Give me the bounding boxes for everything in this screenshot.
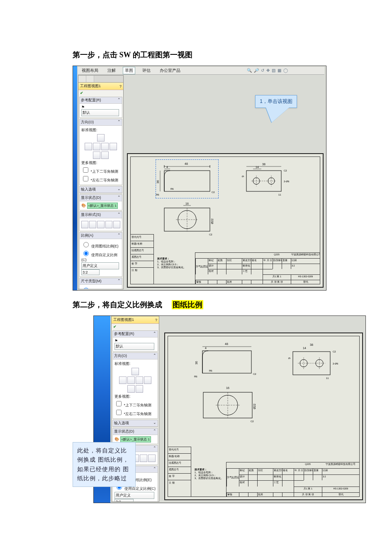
collapse-icon[interactable]: ⌃	[117, 195, 121, 200]
expand-icon[interactable]: ⌄	[117, 187, 121, 192]
collapse-icon[interactable]: ⌃	[117, 212, 121, 218]
collapse-icon[interactable]: ⌃	[153, 467, 156, 472]
dispstyle-icon[interactable]	[105, 221, 112, 228]
rotate-icon[interactable]: ↺	[261, 68, 265, 73]
collapse-icon[interactable]: ⌃	[153, 331, 156, 337]
drawing-view-1[interactable]: 48 4 36 R6 R6 C2	[156, 159, 219, 198]
collapse-icon[interactable]: ⌃	[117, 279, 121, 284]
sw-literal: SW	[117, 51, 133, 59]
dim-d22: Ø22	[211, 218, 214, 224]
std-view-icon[interactable]	[93, 143, 100, 150]
zoom-fit-icon[interactable]: 🔍	[247, 68, 253, 73]
collapse-icon[interactable]: ⌃	[117, 120, 121, 125]
help-icon[interactable]: ?	[119, 84, 122, 88]
std-view-icon[interactable]	[119, 377, 127, 384]
collapse-icon[interactable]: ⌃	[153, 446, 156, 451]
expand-icon[interactable]: ⌄	[153, 421, 156, 426]
std-views-label: 标准视图:	[81, 127, 120, 133]
collapse-icon[interactable]: ⌃	[153, 353, 156, 359]
tab-office[interactable]: 办公室产品	[158, 67, 183, 74]
display-state-value[interactable]: <默认>_显示状态 1	[87, 203, 118, 209]
scale-radio-custom[interactable]: 使用自定义比例(C)	[81, 249, 120, 262]
std-view-iso-icon[interactable]	[93, 152, 100, 159]
dispstyle-icon[interactable]	[140, 455, 147, 462]
std-view-front-icon[interactable]	[97, 134, 105, 142]
tab-annotation[interactable]: 注解	[105, 67, 118, 74]
dim-R6: R6	[170, 188, 174, 190]
scale-custom-dropdown[interactable]: 用户定义	[81, 262, 119, 269]
drawing-view-1[interactable]: 48 4 36 R6 R6 C2	[193, 339, 260, 381]
drawing-sheet[interactable]: 48 4 36 R6 R6 C2	[164, 333, 363, 500]
drawing-view-right[interactable]: 38 14 9 2-Ø6 C2 11	[239, 161, 293, 198]
drawing-sheet[interactable]: 48 4 36 R6 R6 C2	[127, 153, 324, 288]
scale-custom-dropdown[interactable]: 用户定义	[114, 492, 154, 499]
ref-config-dropdown[interactable]: 默认	[81, 109, 119, 116]
pm-tabstrip[interactable]	[78, 76, 123, 83]
std-view-front-icon[interactable]	[131, 368, 139, 375]
std-view-iso-icon[interactable]	[136, 385, 143, 393]
display-icon[interactable]: ▦	[278, 68, 282, 73]
tb-material: Q235	[294, 462, 322, 468]
section-icon[interactable]: ▧	[272, 68, 276, 73]
appearance-icon[interactable]: ◯	[283, 68, 289, 73]
tb-sheetct: 共1 第 1	[263, 274, 291, 280]
notes-3: 3、表面喷砂后黑色氧化。	[195, 477, 223, 479]
collapse-icon[interactable]: ⌃	[117, 98, 121, 103]
drawing-view-right[interactable]: 38 14 9 2-Ø6 C2 11	[284, 341, 343, 382]
tab-sketch[interactable]: 草图	[123, 67, 135, 74]
moreview-chk1[interactable]: *上下二等角轴测	[81, 166, 120, 174]
std-view-iso-icon[interactable]	[127, 385, 135, 393]
zoom-area-icon[interactable]: 🔎	[254, 68, 260, 73]
std-view-icon[interactable]	[110, 143, 117, 150]
callout-box-2: 此处，将自定义比例换成 图纸比例，如果已经使用的 图纸比例，此步略过	[73, 442, 136, 487]
tab-evaluate[interactable]: 评估	[140, 67, 153, 74]
scale-value-field[interactable]: 3:2	[114, 499, 134, 502]
moreview-chk2[interactable]: *左右二等角轴测	[81, 175, 120, 183]
title-block: Q235 宁波惠源精密科技有限公司 标记 处数 分区 更改文件号 签名 年 月 …	[226, 462, 359, 496]
dispstyle-icon[interactable]	[113, 221, 120, 228]
std-view-icon[interactable]	[85, 143, 92, 150]
scale-value-field[interactable]: 3:2	[81, 269, 100, 275]
moreview-chk2[interactable]: *左右二等角轴测	[114, 408, 156, 417]
dim-radio-proj[interactable]: 投影(P)	[81, 286, 120, 289]
view-toolbar[interactable]: 🔍 🔎 ↺ ✥ ▧ ▦ ◯	[247, 68, 289, 73]
tb-replace: 替代	[291, 280, 320, 284]
std-views-label: 标准视图:	[114, 361, 156, 367]
std-view-icon[interactable]	[144, 377, 151, 384]
dim-R6b: R6	[156, 193, 159, 196]
ref-config-dropdown[interactable]: 默认	[114, 343, 154, 350]
drawing-view-top[interactable]: 16 Ø22 C2	[198, 385, 261, 424]
tb-wt: 质量	[313, 468, 322, 474]
dispstyle-icon[interactable]	[148, 455, 156, 462]
drawing-view-top[interactable]: 16 Ø22 C2	[160, 202, 219, 237]
std-view-icon[interactable]	[101, 143, 109, 150]
help-icon[interactable]: ?	[155, 318, 157, 322]
pm-sect-disp-label: 显示状态(D)	[81, 195, 101, 200]
pm-tab-icon[interactable]	[86, 76, 94, 82]
tab-view-layout[interactable]: 视图布局	[80, 67, 100, 74]
std-view-iso-icon[interactable]	[101, 152, 109, 159]
scale-radio-sheet[interactable]: 使用图纸比例(E)	[81, 241, 120, 249]
display-state-value[interactable]: <默认>_显示状态 1	[120, 436, 151, 443]
pm-sect-ref-label: 参考配置(R)	[81, 98, 101, 103]
dim-4: 4	[205, 347, 207, 350]
notes-head: 技术要求：	[195, 468, 207, 471]
sidecell-3: 旧底图总号	[131, 247, 153, 254]
pm-section-dimtype: 尺寸类型(M)⌃ 投影(P) 真实(T)	[79, 278, 122, 289]
collapse-icon[interactable]: ⌃	[153, 429, 156, 434]
moreview-chk1[interactable]: *上下二等角轴测	[114, 400, 156, 408]
flag-icon: ⚑	[114, 339, 118, 343]
pm-ok-check-icon[interactable]: ✔	[78, 90, 123, 96]
tb-design: 设计	[239, 474, 248, 480]
tb-zone: 分区	[257, 468, 273, 474]
dispstyle-icon[interactable]	[89, 221, 96, 228]
std-view-icon[interactable]	[136, 377, 143, 384]
collapse-icon[interactable]: ⌃	[117, 233, 121, 238]
dispstyle-icon[interactable]	[81, 221, 88, 228]
dispstyle-icon[interactable]	[97, 221, 104, 228]
pm-tab-icon[interactable]	[78, 76, 86, 82]
std-view-icon[interactable]	[127, 377, 135, 384]
pan-icon[interactable]: ✥	[266, 68, 270, 73]
dim-C2b: C2	[251, 420, 254, 423]
pm-ok-check-icon[interactable]: ✔	[112, 324, 159, 330]
